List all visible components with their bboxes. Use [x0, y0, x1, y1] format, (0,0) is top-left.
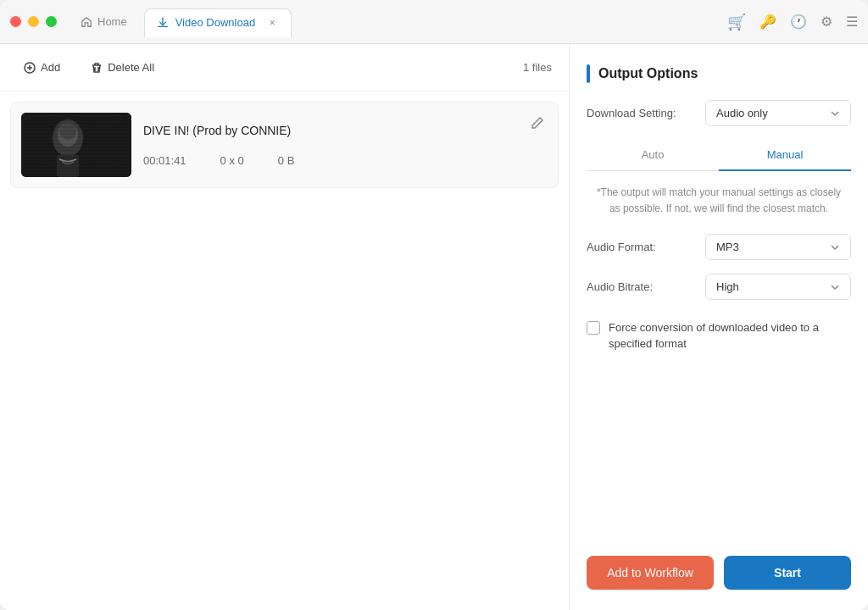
trash-icon [91, 62, 103, 74]
file-duration: 00:01:41 [143, 154, 186, 167]
download-icon [157, 17, 169, 29]
audio-bitrate-value: High [716, 280, 739, 293]
force-conversion-row: Force conversion of downloaded video to … [587, 320, 851, 351]
table-row: DIVE IN! (Prod by CONNIE) 00:01:41 0 x 0… [10, 102, 559, 188]
key-icon[interactable]: 🔑 [760, 14, 776, 30]
file-resolution: 0 x 0 [220, 154, 244, 167]
tab-auto[interactable]: Auto [587, 140, 719, 171]
add-to-workflow-button[interactable]: Add to Workflow [587, 556, 714, 590]
svg-point-5 [59, 123, 76, 140]
file-meta: 00:01:41 0 x 0 0 B [143, 154, 548, 167]
close-button[interactable] [10, 16, 21, 27]
file-list: DIVE IN! (Prod by CONNIE) 00:01:41 0 x 0… [0, 92, 569, 610]
svg-rect-1 [21, 113, 131, 177]
file-info: DIVE IN! (Prod by CONNIE) 00:01:41 0 x 0… [143, 124, 548, 167]
pencil-icon [531, 116, 544, 130]
settings-icon[interactable]: ⚙ [821, 14, 832, 30]
svg-point-2 [53, 119, 83, 157]
file-title: DIVE IN! (Prod by CONNIE) [143, 124, 548, 137]
add-icon [24, 62, 36, 74]
delete-all-label: Delete All [108, 61, 154, 74]
file-count: 1 files [523, 61, 552, 74]
edit-button[interactable] [527, 113, 548, 136]
home-icon [81, 16, 92, 28]
delete-all-button[interactable]: Delete All [84, 58, 161, 77]
force-conversion-label: Force conversion of downloaded video to … [609, 320, 851, 351]
audio-format-label: Audio Format: [587, 241, 705, 253]
thumbnail-svg [21, 113, 131, 177]
force-conversion-checkbox[interactable] [587, 321, 600, 335]
audio-bitrate-dropdown[interactable]: High [705, 274, 851, 300]
video-download-tab[interactable]: Video Download × [144, 8, 292, 37]
home-tab[interactable]: Home [70, 10, 137, 33]
blue-bar [587, 64, 590, 83]
audio-bitrate-row: Audio Bitrate: High [587, 274, 851, 300]
tab-manual[interactable]: Manual [719, 140, 851, 171]
download-setting-row: Download Setting: Audio only [587, 100, 851, 126]
clock-icon[interactable]: 🕐 [790, 14, 807, 30]
right-panel: Output Options Download Setting: Audio o… [570, 44, 868, 610]
output-options-header: Output Options [587, 64, 851, 83]
audio-format-row: Audio Format: MP3 [587, 234, 851, 260]
download-setting-dropdown[interactable]: Audio only [705, 100, 851, 126]
bottom-bar: Add to Workflow Start [587, 542, 851, 590]
minimize-button[interactable] [28, 16, 39, 27]
add-button[interactable]: Add [17, 58, 67, 77]
svg-point-4 [58, 123, 78, 147]
titlebar-actions: 🛒 🔑 🕐 ⚙ ☰ [727, 13, 858, 31]
traffic-lights [10, 16, 57, 27]
output-options-title: Output Options [598, 66, 698, 81]
add-label: Add [41, 61, 60, 74]
audio-format-dropdown[interactable]: MP3 [705, 234, 851, 260]
cart-icon[interactable]: 🛒 [727, 13, 746, 31]
download-setting-value: Audio only [716, 107, 768, 119]
tab-container: Video Download × [144, 8, 292, 36]
chevron-down-icon [830, 282, 840, 292]
left-panel: Add Delete All 1 files [0, 44, 570, 610]
menu-icon[interactable]: ☰ [846, 14, 858, 30]
download-setting-label: Download Setting: [587, 107, 705, 119]
file-size: 0 B [278, 154, 295, 167]
manual-auto-tabs: Auto Manual [587, 140, 851, 171]
thumbnail-image [21, 113, 131, 177]
chevron-down-icon [830, 242, 840, 252]
home-tab-label: Home [97, 15, 127, 28]
audio-format-value: MP3 [716, 241, 739, 253]
thumbnail [21, 113, 131, 177]
video-download-tab-label: Video Download [175, 16, 255, 29]
maximize-button[interactable] [46, 16, 57, 27]
main-layout: Add Delete All 1 files [0, 44, 868, 610]
toolbar: Add Delete All 1 files [0, 44, 569, 92]
chevron-down-icon [830, 108, 840, 119]
start-button[interactable]: Start [724, 556, 851, 590]
svg-rect-3 [57, 155, 79, 177]
titlebar: Home Video Download × 🛒 🔑 🕐 ⚙ ☰ [0, 0, 868, 44]
tab-close-button[interactable]: × [265, 16, 279, 30]
audio-bitrate-label: Audio Bitrate: [587, 280, 705, 293]
hint-text: *The output will match your manual setti… [587, 185, 851, 217]
